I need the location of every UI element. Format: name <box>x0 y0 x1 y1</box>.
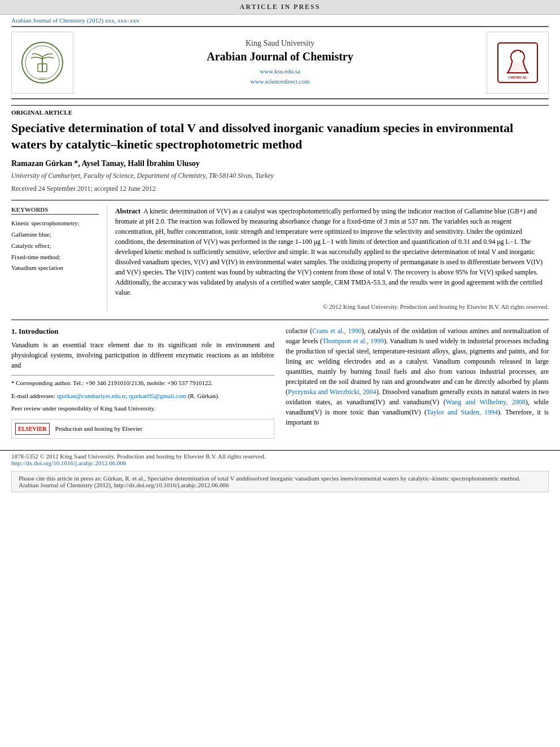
separator-bottom <box>11 320 549 320</box>
authors: Ramazan Gürkan *, Aysel Tamay, Halil İbr… <box>11 159 549 168</box>
body-columns: 1. Introduction Vanadium is an essential… <box>11 326 549 439</box>
abstract-label: Abstract <box>115 207 141 215</box>
citation-box: Please cite this article in press as: Gü… <box>11 471 549 492</box>
keywords-title: KEYWORDS <box>11 206 99 215</box>
abstract-text: A kinetic determination of V(V) as a cat… <box>115 207 542 296</box>
intro-heading: 1. Introduction <box>11 326 274 337</box>
article-title: Speciative determination of total V and … <box>11 120 549 152</box>
keyword-5: Vanadium speciation <box>11 263 99 274</box>
footnote-email: E-mail addresses: rgurkan@cumhuriyet.edu… <box>11 391 274 401</box>
website2[interactable]: www.sciencedirect.com <box>251 78 310 85</box>
footer-doi[interactable]: http://dx.doi.org/10.1016/j.arabjc.2012.… <box>11 460 126 466</box>
ref-taylor[interactable]: Taylor and Staden, 1994 <box>427 408 498 416</box>
page-footer: 1878-5352 © 2012 King Saud University. P… <box>0 450 560 469</box>
elsevier-logo: ELSEVIER <box>15 423 50 435</box>
elsevier-label: Production and hosting by Elsevier <box>55 424 143 434</box>
keyword-4: Fixed-time method; <box>11 252 99 263</box>
footnote-peer: Peer review under responsibility of King… <box>11 404 274 413</box>
keyword-3: Catalytic effect; <box>11 241 99 252</box>
website1[interactable]: www.ksu.edu.sa <box>260 68 300 75</box>
journal-header: 1957 King Saud University Arabian Journa… <box>11 26 549 99</box>
intro-para-1: Vanadium is an essential trace element d… <box>11 340 274 370</box>
article-in-press-banner: ARTICLE IN PRESS <box>0 0 560 15</box>
keyword-2: Gallamine blue; <box>11 229 99 241</box>
abstract-section: KEYWORDS Kinetic spectrophotometry; Gall… <box>11 206 549 312</box>
intro-para-2: cofactor (Crans et al., 1990), catalysis… <box>286 326 549 427</box>
body-right-col: cofactor (Crans et al., 1990), catalysis… <box>286 326 549 439</box>
separator-top <box>11 200 549 200</box>
affiliation: University of Cumhuriyet, Faculty of Sci… <box>11 172 549 180</box>
email-link-2[interactable]: rgurkan95@gmail.com <box>129 392 186 399</box>
body-left-col: 1. Introduction Vanadium is an essential… <box>11 326 274 439</box>
article-type-label: ORIGINAL ARTICLE <box>11 105 549 116</box>
svg-text:1957: 1957 <box>39 77 46 80</box>
journal-title-header: Arabian Journal of Chemistry <box>79 50 481 63</box>
ref-wang[interactable]: Wang and Wilhelmy, 2008 <box>446 398 526 406</box>
copyright-line: © 2012 King Saud University. Production … <box>115 302 549 312</box>
keywords-column: KEYWORDS Kinetic spectrophotometry; Gall… <box>11 206 107 312</box>
website-links: www.ksu.edu.sa www.sciencedirect.com <box>79 67 481 86</box>
journal-header-center: King Saud University Arabian Journal of … <box>73 36 487 89</box>
sponsor-logo-right: CHEMICAL <box>487 32 549 94</box>
ref-crans[interactable]: Crans et al., 1990 <box>312 327 361 335</box>
keywords-list: Kinetic spectrophotometry; Gallamine blu… <box>11 218 99 274</box>
ref-thompson[interactable]: Thompson et al., 1999 <box>322 337 384 345</box>
svg-text:CHEMICAL: CHEMICAL <box>508 76 527 79</box>
university-logo-left: 1957 <box>11 32 73 94</box>
keyword-1: Kinetic spectrophotometry; <box>11 218 99 229</box>
footnote-area: * Corresponding author. Tel.: +90 346 21… <box>11 375 274 413</box>
elsevier-box: ELSEVIER Production and hosting by Elsev… <box>11 419 274 439</box>
ref-pyrzynska[interactable]: Pyrzynska and Wierzbicki, 2004 <box>288 388 377 396</box>
received-date: Received 24 September 2011; accepted 12 … <box>11 185 549 193</box>
article-content: ORIGINAL ARTICLE Speciative determinatio… <box>0 99 560 444</box>
footer-issn: 1878-5352 © 2012 King Saud University. P… <box>11 453 265 460</box>
abstract-column: Abstract A kinetic determination of V(V)… <box>107 206 549 312</box>
footnote-star: * Corresponding author. Tel.: +90 346 21… <box>11 378 274 388</box>
university-name: King Saud University <box>79 39 481 48</box>
journal-reference: Arabian Journal of Chemistry (2012) xxx,… <box>0 15 560 26</box>
email-link-1[interactable]: rgurkan@cumhuriyet.edu.tr <box>57 392 126 399</box>
